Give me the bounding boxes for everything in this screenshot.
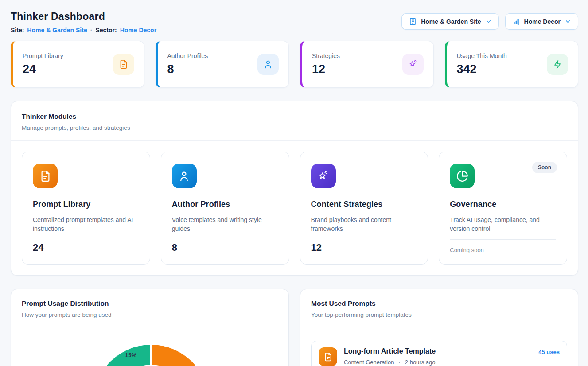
- separator-dot: ·: [398, 359, 400, 366]
- site-link[interactable]: Home & Garden Site: [27, 27, 87, 34]
- dashboard-page: Thinker Dashboard Site: Home & Garden Si…: [0, 0, 588, 366]
- usage-card-subtitle: How your prompts are being used: [22, 311, 278, 318]
- stat-label: Usage This Month: [457, 52, 507, 59]
- separator-dot: ·: [90, 27, 93, 34]
- stat-label: Strategies: [312, 52, 340, 59]
- thinker-modules-panel: Thinker Modules Manage prompts, profiles…: [11, 101, 578, 276]
- sector-selector-value: Home Decor: [524, 18, 561, 25]
- stat-value: 12: [312, 62, 340, 76]
- prompts-card-title: Most Used Prompts: [311, 300, 567, 308]
- module-card-author-profiles[interactable]: Author Profiles Voice templates and writ…: [161, 152, 289, 265]
- prompt-uses-count: 45 uses: [538, 347, 560, 355]
- usage-card-title: Prompt Usage Distribution: [22, 300, 278, 308]
- site-selector-dropdown[interactable]: Home & Garden Site: [401, 13, 498, 30]
- modules-panel-title: Thinker Modules: [22, 113, 567, 121]
- top-bar: Thinker Dashboard Site: Home & Garden Si…: [11, 11, 578, 34]
- stat-card-strategies: Strategies 12: [300, 41, 434, 88]
- page-title: Thinker Dashboard: [11, 11, 156, 23]
- stat-value: 8: [167, 62, 208, 76]
- stat-label: Prompt Library: [23, 52, 63, 59]
- prompt-list-item[interactable]: Long-form Article Template Content Gener…: [311, 341, 567, 366]
- module-count: 8: [172, 242, 278, 253]
- user-icon: [257, 54, 279, 75]
- header-left: Thinker Dashboard Site: Home & Garden Si…: [11, 11, 156, 34]
- stat-value: 24: [23, 62, 63, 76]
- module-description: Track AI usage, compliance, and version …: [450, 215, 556, 234]
- site-sector-breadcrumb: Site: Home & Garden Site · Sector: Home …: [11, 27, 156, 34]
- bottom-row: Prompt Usage Distribution How your promp…: [11, 289, 578, 366]
- module-title: Content Strategies: [311, 200, 417, 209]
- divider: [450, 239, 556, 240]
- usage-card-header: Prompt Usage Distribution How your promp…: [11, 289, 288, 327]
- header-actions: Home & Garden Site Home Decor: [401, 13, 578, 30]
- site-selector-value: Home & Garden Site: [421, 18, 481, 25]
- sector-label: Sector:: [95, 27, 117, 34]
- donut-ring: [93, 345, 209, 366]
- chevron-down-icon: [565, 18, 571, 25]
- prompt-category: Content Generation: [344, 359, 394, 366]
- module-card-prompt-library[interactable]: Prompt Library Centralized prompt templa…: [22, 152, 150, 265]
- site-label: Site:: [11, 27, 24, 34]
- module-title: Governance: [450, 200, 556, 209]
- modules-panel-header: Thinker Modules Manage prompts, profiles…: [11, 101, 578, 141]
- prompts-card-subtitle: Your top-performing prompt templates: [311, 311, 567, 318]
- file-text-icon: [319, 347, 337, 366]
- stats-row: Prompt Library 24 Author Profiles 8: [11, 41, 578, 88]
- most-used-prompts-card: Most Used Prompts Your top-performing pr…: [300, 289, 578, 366]
- sector-selector-dropdown[interactable]: Home Decor: [505, 13, 578, 30]
- stat-card-usage: Usage This Month 342: [445, 41, 579, 88]
- stat-card-prompt-library: Prompt Library 24: [11, 41, 144, 88]
- donut-chart: 15%: [11, 327, 288, 366]
- module-title: Prompt Library: [33, 200, 139, 209]
- stat-card-author-profiles: Author Profiles 8: [156, 41, 289, 88]
- sparkle-star-icon: [311, 164, 336, 188]
- prompts-card-header: Most Used Prompts Your top-performing pr…: [300, 289, 578, 327]
- module-description: Centralized prompt templates and AI inst…: [33, 215, 139, 234]
- prompt-list: Long-form Article Template Content Gener…: [300, 327, 578, 366]
- module-count: 12: [311, 242, 417, 253]
- sector-link[interactable]: Home Decor: [120, 27, 156, 34]
- coming-soon-text: Coming soon: [450, 247, 556, 253]
- modules-grid: Prompt Library Centralized prompt templa…: [11, 141, 578, 275]
- file-text-icon: [33, 164, 58, 188]
- building-icon: [409, 17, 417, 26]
- module-card-governance[interactable]: Soon Governance Track AI usage, complian…: [439, 152, 567, 265]
- prompt-time: 2 hours ago: [405, 359, 436, 366]
- soon-badge: Soon: [532, 162, 557, 173]
- modules-panel-subtitle: Manage prompts, profiles, and strategies: [22, 125, 567, 131]
- module-description: Voice templates and writing style guides: [172, 215, 278, 234]
- sparkle-star-icon: [402, 54, 424, 75]
- bar-chart-icon: [512, 18, 520, 26]
- zap-icon: [547, 54, 568, 75]
- prompt-meta: Content Generation · 2 hours ago: [344, 359, 436, 366]
- chevron-down-icon: [485, 18, 492, 25]
- module-title: Author Profiles: [172, 200, 278, 209]
- slice-label-green: 15%: [120, 352, 141, 358]
- pie-chart-icon: [450, 164, 475, 188]
- module-card-content-strategies[interactable]: Content Strategies Brand playbooks and c…: [300, 152, 428, 265]
- stat-label: Author Profiles: [167, 52, 208, 59]
- module-count: 24: [33, 242, 139, 253]
- stat-value: 342: [457, 62, 507, 76]
- usage-distribution-card: Prompt Usage Distribution How your promp…: [11, 289, 289, 366]
- module-description: Brand playbooks and content frameworks: [311, 215, 417, 234]
- file-text-icon: [113, 54, 134, 75]
- user-icon: [172, 164, 197, 188]
- prompt-title: Long-form Article Template: [344, 347, 436, 355]
